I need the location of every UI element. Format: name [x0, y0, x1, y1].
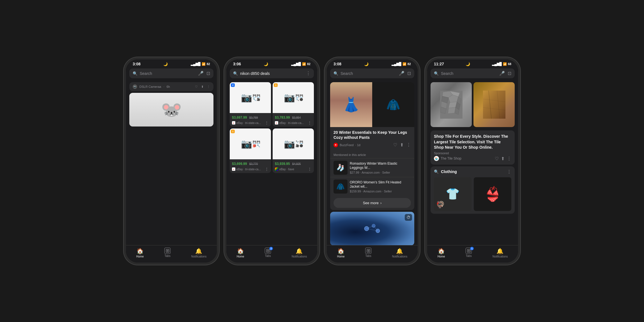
- tile-ad-title: Shop Tile For Every Style. Discover The …: [434, 134, 511, 150]
- nav-notifications-3[interactable]: 🔔 Notifications: [392, 248, 407, 258]
- fashion-image-left: 👗: [330, 82, 372, 127]
- more-icon-3[interactable]: ⋮: [406, 142, 411, 148]
- film-strip-card[interactable]: 🐭: [129, 93, 213, 127]
- tile-item-rocks[interactable]: Tigris Rocks Floor Tile - 13 × 20 in: [431, 82, 472, 127]
- search-bar-4[interactable]: 🔍 Search 🎤 ⊡: [431, 68, 515, 78]
- nav-tabs-4[interactable]: ⊞ 1 Tabs: [466, 248, 472, 258]
- seller-name-1: eBay · tri-state-ca...: [236, 121, 261, 125]
- tile-jade-image: [473, 82, 515, 127]
- nikon-product-2: 📷 💾💾 🔍⚫: [273, 82, 314, 113]
- buzzfeed-logo: B: [334, 143, 338, 147]
- fashion-article-card[interactable]: 👗 🧥 20 Winter Essentials to Keep Your Le…: [330, 82, 414, 210]
- product-info-3: $3,699.99 $3,770 e eBay · tri-state-ca..…: [230, 159, 271, 173]
- signal-icon-2: ▂▄▆█: [291, 62, 301, 66]
- tabs-badge-4: 1: [470, 247, 474, 250]
- nav-tabs-label-4: Tabs: [466, 254, 472, 257]
- share-icon-3[interactable]: ⬆: [400, 142, 404, 148]
- search-placeholder-1: Search: [140, 71, 196, 76]
- seller-info-3: e eBay · tri-state-ca... ⋮: [232, 167, 269, 171]
- search-action-icons-3[interactable]: 🎤 ⊡: [399, 71, 411, 76]
- mic-icon-4[interactable]: 🎤: [499, 71, 505, 76]
- heart-icon-4[interactable]: ♡: [495, 156, 499, 161]
- mic-icon-3[interactable]: 🎤: [399, 71, 404, 76]
- nav-home-1[interactable]: 🏠 Home: [136, 248, 144, 258]
- camera-article-card[interactable]: 📷 15 Best Nikon Camera for Professional …: [129, 82, 213, 91]
- nav-notifications-label-1: Notifications: [191, 255, 206, 258]
- content-area-4[interactable]: Tigris Rocks Floor Tile - 13 × 20 in: [427, 81, 518, 245]
- mentioned-label: Mentioned in this article: [330, 153, 414, 157]
- home-icon-2: 🏠: [237, 248, 244, 254]
- heart-icon-3[interactable]: ♡: [393, 142, 397, 148]
- product-row-2[interactable]: 🧥 ORORO Women's Slim Fit Heated Jacket w…: [330, 177, 414, 196]
- fashion-image-right: 🧥: [372, 82, 414, 127]
- camera-scan-icon-3[interactable]: ⊡: [407, 71, 411, 76]
- nav-tabs-2[interactable]: ⊞ 2 Tabs: [265, 248, 271, 258]
- nav-tabs-label-2: Tabs: [265, 254, 271, 257]
- search-bar-3[interactable]: 🔍 Search 🎤 ⊡: [330, 68, 414, 78]
- product-badge-3: 1: [231, 130, 235, 133]
- nav-home-4[interactable]: 🏠 Home: [438, 248, 445, 258]
- price-old-4: $4,925: [292, 162, 301, 165]
- product-row-1[interactable]: 🧦 Romastory Winter Warm Elastic Leggings…: [330, 158, 414, 177]
- signal-icon-4: ▂▄▆█: [492, 62, 502, 66]
- heart-icon-1[interactable]: ♡: [195, 85, 198, 89]
- nav-home-label-1: Home: [136, 255, 144, 258]
- mic-icon-1[interactable]: 🎤: [198, 71, 204, 76]
- shopping-item-4[interactable]: 📷 🔭💾 🎥⚫ $3,939.95 $4,925 e eBay ·: [273, 128, 314, 173]
- product-info-4: $3,939.95 $4,925 e eBay · 6ave ⋮: [273, 159, 314, 173]
- phone-4: 11:27 🌙 ▂▄▆█ 📶 68 🔍 Search 🎤 ⊡: [425, 57, 520, 265]
- signal-icon-3: ▂▄▆█: [392, 62, 401, 66]
- camera-scan-icon-4[interactable]: ⊡: [508, 71, 511, 76]
- seller-more-2[interactable]: ⋮: [308, 121, 312, 125]
- tile-ad-source: 🏪 The Tile Shop ♡ ⬆ ⋮: [434, 156, 511, 161]
- price-new-4: $3,939.95: [275, 162, 290, 166]
- content-area-1[interactable]: 📷 15 Best Nikon Camera for Professional …: [126, 81, 217, 245]
- nav-notifications-1[interactable]: 🔔 Notifications: [191, 248, 206, 258]
- seller-more-4[interactable]: ⋮: [308, 167, 312, 171]
- article-title-3: 20 Winter Essentials to Keep Your Legs C…: [334, 130, 411, 140]
- search-bar-2[interactable]: 🔍 nikon d850 deals ⋮: [230, 68, 314, 78]
- clothing-item-1[interactable]: 👕 🦃: [434, 177, 472, 211]
- clothing-section[interactable]: 🔍 Clothing ⋮ 👕 🦃 👙: [431, 166, 515, 214]
- content-area-3[interactable]: 👗 🧥 20 Winter Essentials to Keep Your Le…: [327, 81, 418, 245]
- search-more-icon-2[interactable]: ⋮: [306, 71, 311, 76]
- shopping-item-2[interactable]: 1 📷 💾💾 🔍⚫ $3,783.99 $3,854: [273, 82, 314, 127]
- search-action-icons-1[interactable]: 🎤 ⊡: [198, 71, 210, 76]
- search-query-2: nikon d850 deals: [240, 71, 304, 76]
- see-more-button[interactable]: See more ›: [334, 198, 411, 208]
- shopping-item-3[interactable]: 1 📷 💾💾 🎒🔧 $3,699.99 $3,770: [230, 128, 271, 173]
- nav-home-3[interactable]: 🏠 Home: [337, 248, 345, 258]
- source-name-1: DSLR Cameraa: [139, 85, 161, 88]
- more-icon-4[interactable]: ⋮: [507, 156, 511, 161]
- seller-more-3[interactable]: ⋮: [265, 167, 269, 171]
- tile-item-jade[interactable]: Riyadh Jade Wa...: [473, 82, 515, 127]
- share-icon-4[interactable]: ⬆: [501, 156, 505, 161]
- product-info-1: $3,697.99 $3,769 e eBay · tri-state-ca..…: [230, 113, 271, 127]
- search-bar-1[interactable]: 🔍 Search 🎤 ⊡: [129, 68, 213, 78]
- search-action-icons-4[interactable]: 🎤 ⊡: [499, 71, 511, 76]
- nav-tabs-1[interactable]: ⊞ Tabs: [164, 248, 171, 258]
- nav-home-label-2: Home: [237, 255, 244, 258]
- content-area-2[interactable]: 2 📷 💾💾 🔧🎥 $3,697.99 $3,769: [226, 81, 317, 245]
- clothing-section-more[interactable]: ⋮: [507, 169, 511, 174]
- more-icon-1[interactable]: ⋮: [207, 85, 210, 89]
- bottom-nav-3: 🏠 Home ⊞ Tabs 🔔 Notifications: [327, 245, 418, 263]
- status-icons-3: ▂▄▆█ 📶 82: [392, 62, 411, 66]
- nav-notifications-4[interactable]: 🔔 Notifications: [493, 248, 508, 258]
- article-actions-1[interactable]: ♡ ⬆ ⋮: [195, 85, 210, 89]
- clothing-item-2[interactable]: 👙: [474, 177, 511, 211]
- tile-ad-card[interactable]: Shop Tile For Every Style. Discover The …: [431, 130, 515, 165]
- ebay-logo-4: e: [275, 167, 278, 171]
- nav-tabs-3[interactable]: ⊞ Tabs: [365, 248, 371, 258]
- nav-notifications-2[interactable]: 🔔 Notifications: [292, 248, 307, 258]
- share-icon-1[interactable]: ⬆: [201, 85, 204, 89]
- seller-more-1[interactable]: ⋮: [265, 121, 269, 125]
- shopping-item-1[interactable]: 2 📷 💾💾 🔧🎥 $3,697.99 $3,769: [230, 82, 271, 127]
- nav-notifications-label-3: Notifications: [392, 255, 407, 258]
- seller-name-3: eBay · tri-state-ca...: [236, 168, 261, 171]
- article-actions-3[interactable]: ♡ ⬆ ⋮: [393, 142, 411, 148]
- camera-scan-icon-1[interactable]: ⊡: [206, 71, 210, 76]
- tile-ad-actions[interactable]: ♡ ⬆ ⋮: [495, 156, 511, 161]
- nav-home-2[interactable]: 🏠 Home: [237, 248, 244, 258]
- video-card-3[interactable]: ⏱: [330, 212, 414, 245]
